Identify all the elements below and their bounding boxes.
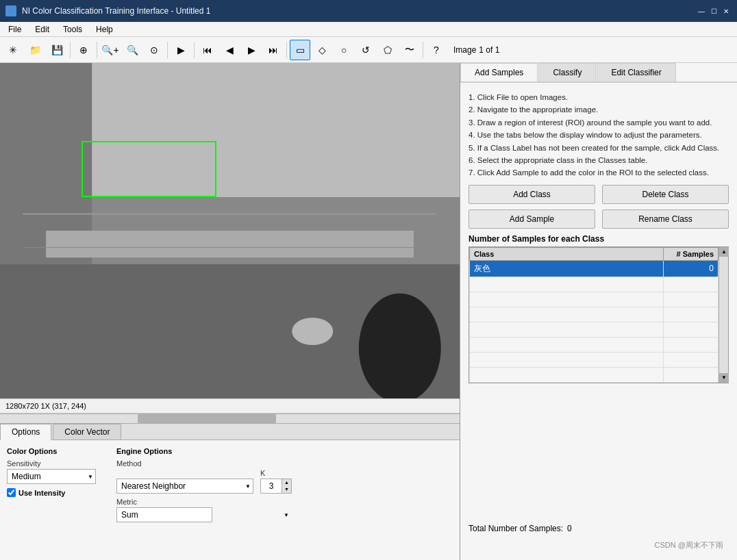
- scrollbar-thumb[interactable]: [138, 414, 275, 423]
- menu-tools[interactable]: Tools: [58, 23, 88, 36]
- delete-class-button[interactable]: Delete Class: [602, 185, 729, 204]
- samples-cell: [664, 292, 719, 307]
- svg-point-5: [359, 294, 441, 399]
- freehand-btn[interactable]: 〜: [399, 40, 420, 60]
- scroll-up-btn[interactable]: ▲: [719, 247, 729, 257]
- next-btn[interactable]: ▶: [241, 40, 262, 60]
- table-row[interactable]: [470, 322, 719, 337]
- sensitivity-label: Sensitivity: [7, 459, 96, 468]
- image-info: Image 1 of 1: [453, 45, 499, 55]
- table-row[interactable]: [470, 337, 719, 352]
- tab-color-vector[interactable]: Color Vector: [53, 424, 121, 440]
- add-class-button[interactable]: Add Class: [469, 185, 595, 204]
- save-btn[interactable]: 💾: [47, 40, 67, 60]
- use-intensity-label[interactable]: Use Intensity: [18, 489, 65, 497]
- scroll-down-btn[interactable]: ▼: [719, 373, 729, 383]
- add-sample-button[interactable]: Add Sample: [469, 209, 595, 229]
- metric-arrow-icon: ▼: [284, 512, 289, 518]
- app-icon: [5, 5, 16, 16]
- play-btn[interactable]: ▶: [171, 40, 191, 60]
- use-intensity-checkbox[interactable]: [7, 488, 16, 497]
- minimize-btn[interactable]: —: [696, 5, 707, 16]
- table-scrollbar[interactable]: ▲ ▼: [719, 247, 728, 383]
- first-btn[interactable]: ⏮: [197, 40, 218, 60]
- total-value: 0: [567, 524, 572, 533]
- menu-file[interactable]: File: [3, 23, 27, 36]
- instruction-5: 5. If a Class Label has not been created…: [469, 142, 729, 154]
- k-increment-btn[interactable]: ▲: [282, 479, 291, 486]
- table-row[interactable]: 灰色 0: [470, 260, 719, 277]
- k-field: K 3 ▲ ▼: [260, 469, 292, 494]
- buttons-row-1: Add Class Delete Class: [469, 185, 729, 204]
- rename-class-button[interactable]: Rename Class: [602, 209, 729, 229]
- separator-3: [167, 42, 168, 58]
- class-cell: [470, 367, 664, 382]
- open-file-btn[interactable]: 📁: [25, 40, 45, 60]
- image-of: 1 of 1: [479, 45, 499, 55]
- right-content: 1. Click File to open Images. 2. Navigat…: [460, 83, 737, 560]
- metric-select[interactable]: Sum Mean Euclidean: [116, 507, 212, 522]
- separator-5: [286, 42, 287, 58]
- crosshair-btn[interactable]: ⊕: [73, 40, 94, 60]
- table-row[interactable]: [470, 277, 719, 292]
- table-row[interactable]: [470, 307, 719, 322]
- table-body: 灰色 0: [470, 260, 719, 382]
- rect-roi-btn[interactable]: ▭: [290, 40, 310, 60]
- close-btn[interactable]: ✕: [721, 5, 732, 16]
- table-row[interactable]: [470, 352, 719, 367]
- separator-4: [194, 42, 195, 58]
- table-header: Class # Samples: [470, 247, 719, 260]
- tab-add-samples[interactable]: Add Samples: [460, 63, 538, 81]
- samples-cell: [664, 337, 719, 352]
- diamond-btn[interactable]: ◇: [312, 40, 332, 60]
- last-btn[interactable]: ⏭: [263, 40, 284, 60]
- menu-help[interactable]: Help: [90, 23, 118, 36]
- zoom-fit-btn[interactable]: ⊙: [144, 40, 164, 60]
- status-bar: 1280x720 1X (317, 244): [0, 398, 460, 413]
- separator-6: [423, 42, 423, 58]
- horizontal-scrollbar[interactable]: [0, 413, 460, 423]
- k-label: K: [260, 469, 292, 477]
- help-btn[interactable]: ?: [426, 40, 447, 60]
- maximize-btn[interactable]: ☐: [708, 5, 719, 16]
- table-container: Class # Samples 灰色 0: [469, 246, 729, 383]
- k-input[interactable]: 3: [261, 481, 282, 491]
- menu-bar: File Edit Tools Help: [0, 22, 737, 37]
- tab-options[interactable]: Options: [0, 424, 51, 440]
- undo-btn[interactable]: ↺: [355, 40, 376, 60]
- zoom-out-btn[interactable]: 🔍: [122, 40, 142, 60]
- circle-btn[interactable]: ○: [334, 40, 354, 60]
- table-row[interactable]: [470, 292, 719, 307]
- sensitivity-field: Sensitivity Medium Low High ▼: [7, 459, 96, 484]
- total-row: Total Number of Samples: 0: [469, 521, 729, 533]
- class-cell: [470, 277, 664, 292]
- svg-rect-4: [46, 231, 414, 257]
- table-row[interactable]: [470, 367, 719, 382]
- left-panel: 1280x720 1X (317, 244) Options Color Vec…: [0, 63, 460, 560]
- scroll-track[interactable]: [719, 257, 728, 373]
- tab-classify[interactable]: Classify: [538, 63, 596, 81]
- header-row: Class # Samples: [470, 247, 719, 260]
- prev-btn[interactable]: ◀: [219, 40, 240, 60]
- polygon-btn[interactable]: ⬠: [377, 40, 398, 60]
- window-controls[interactable]: — ☐ ✕: [696, 5, 732, 16]
- k-spinbox[interactable]: 3 ▲ ▼: [260, 479, 292, 494]
- watermark: CSDN @周末不下雨: [469, 539, 729, 552]
- options-row: Color Options Sensitivity Medium Low Hig…: [7, 447, 453, 522]
- class-cell: [470, 307, 664, 322]
- tab-edit-classifier[interactable]: Edit Classifier: [597, 63, 675, 81]
- k-decrement-btn[interactable]: ▼: [282, 486, 291, 493]
- method-select[interactable]: Nearest Neighbor K-Nearest Neighbor: [116, 479, 253, 494]
- sensitivity-select[interactable]: Medium Low High: [7, 469, 96, 484]
- menu-edit[interactable]: Edit: [29, 23, 55, 36]
- instructions: 1. Click File to open Images. 2. Navigat…: [469, 91, 729, 179]
- asterisk-btn[interactable]: ✳: [3, 40, 23, 60]
- image-area[interactable]: [0, 63, 460, 398]
- separator-1: [70, 42, 71, 58]
- engine-options-label: Engine Options: [116, 447, 292, 455]
- method-label: Method: [116, 459, 292, 468]
- engine-row: Nearest Neighbor K-Nearest Neighbor ▼ K …: [116, 469, 292, 494]
- instruction-1: 1. Click File to open Images.: [469, 91, 729, 103]
- right-tab-bar: Add Samples Classify Edit Classifier: [460, 63, 737, 83]
- zoom-in-btn[interactable]: 🔍+: [100, 40, 121, 60]
